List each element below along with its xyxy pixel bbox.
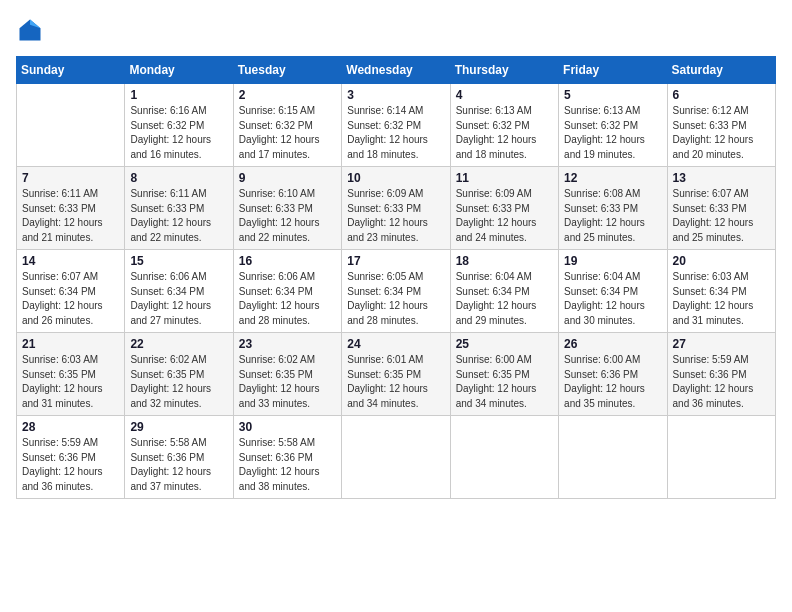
day-number: 5 (564, 88, 661, 102)
calendar-cell: 15Sunrise: 6:06 AMSunset: 6:34 PMDayligh… (125, 250, 233, 333)
day-number: 11 (456, 171, 553, 185)
day-number: 8 (130, 171, 227, 185)
day-number: 21 (22, 337, 119, 351)
day-detail: Sunrise: 6:04 AMSunset: 6:34 PMDaylight:… (564, 270, 661, 328)
day-detail: Sunrise: 6:00 AMSunset: 6:35 PMDaylight:… (456, 353, 553, 411)
calendar-cell: 27Sunrise: 5:59 AMSunset: 6:36 PMDayligh… (667, 333, 775, 416)
calendar-cell: 8Sunrise: 6:11 AMSunset: 6:33 PMDaylight… (125, 167, 233, 250)
day-detail: Sunrise: 6:07 AMSunset: 6:34 PMDaylight:… (22, 270, 119, 328)
calendar-cell: 1Sunrise: 6:16 AMSunset: 6:32 PMDaylight… (125, 84, 233, 167)
day-detail: Sunrise: 6:14 AMSunset: 6:32 PMDaylight:… (347, 104, 444, 162)
day-detail: Sunrise: 6:11 AMSunset: 6:33 PMDaylight:… (22, 187, 119, 245)
week-row-3: 14Sunrise: 6:07 AMSunset: 6:34 PMDayligh… (17, 250, 776, 333)
day-detail: Sunrise: 6:07 AMSunset: 6:33 PMDaylight:… (673, 187, 770, 245)
calendar-cell: 12Sunrise: 6:08 AMSunset: 6:33 PMDayligh… (559, 167, 667, 250)
day-detail: Sunrise: 6:02 AMSunset: 6:35 PMDaylight:… (239, 353, 336, 411)
calendar-cell: 18Sunrise: 6:04 AMSunset: 6:34 PMDayligh… (450, 250, 558, 333)
day-number: 17 (347, 254, 444, 268)
day-detail: Sunrise: 6:13 AMSunset: 6:32 PMDaylight:… (456, 104, 553, 162)
day-number: 1 (130, 88, 227, 102)
day-detail: Sunrise: 6:13 AMSunset: 6:32 PMDaylight:… (564, 104, 661, 162)
day-detail: Sunrise: 6:15 AMSunset: 6:32 PMDaylight:… (239, 104, 336, 162)
calendar-cell: 19Sunrise: 6:04 AMSunset: 6:34 PMDayligh… (559, 250, 667, 333)
day-number: 20 (673, 254, 770, 268)
calendar-cell: 7Sunrise: 6:11 AMSunset: 6:33 PMDaylight… (17, 167, 125, 250)
day-detail: Sunrise: 5:59 AMSunset: 6:36 PMDaylight:… (673, 353, 770, 411)
calendar-cell: 24Sunrise: 6:01 AMSunset: 6:35 PMDayligh… (342, 333, 450, 416)
day-detail: Sunrise: 5:58 AMSunset: 6:36 PMDaylight:… (239, 436, 336, 494)
calendar-header-row: SundayMondayTuesdayWednesdayThursdayFrid… (17, 57, 776, 84)
calendar-cell: 22Sunrise: 6:02 AMSunset: 6:35 PMDayligh… (125, 333, 233, 416)
calendar-cell (667, 416, 775, 499)
day-detail: Sunrise: 6:00 AMSunset: 6:36 PMDaylight:… (564, 353, 661, 411)
calendar: SundayMondayTuesdayWednesdayThursdayFrid… (16, 56, 776, 499)
day-number: 14 (22, 254, 119, 268)
calendar-cell: 25Sunrise: 6:00 AMSunset: 6:35 PMDayligh… (450, 333, 558, 416)
calendar-cell: 6Sunrise: 6:12 AMSunset: 6:33 PMDaylight… (667, 84, 775, 167)
day-detail: Sunrise: 5:59 AMSunset: 6:36 PMDaylight:… (22, 436, 119, 494)
col-header-saturday: Saturday (667, 57, 775, 84)
day-number: 22 (130, 337, 227, 351)
day-detail: Sunrise: 6:01 AMSunset: 6:35 PMDaylight:… (347, 353, 444, 411)
day-number: 15 (130, 254, 227, 268)
calendar-cell: 20Sunrise: 6:03 AMSunset: 6:34 PMDayligh… (667, 250, 775, 333)
calendar-cell: 14Sunrise: 6:07 AMSunset: 6:34 PMDayligh… (17, 250, 125, 333)
calendar-cell: 16Sunrise: 6:06 AMSunset: 6:34 PMDayligh… (233, 250, 341, 333)
calendar-cell (17, 84, 125, 167)
calendar-cell (342, 416, 450, 499)
day-number: 3 (347, 88, 444, 102)
day-number: 18 (456, 254, 553, 268)
day-detail: Sunrise: 6:06 AMSunset: 6:34 PMDaylight:… (130, 270, 227, 328)
calendar-cell: 2Sunrise: 6:15 AMSunset: 6:32 PMDaylight… (233, 84, 341, 167)
day-number: 23 (239, 337, 336, 351)
col-header-friday: Friday (559, 57, 667, 84)
day-detail: Sunrise: 6:05 AMSunset: 6:34 PMDaylight:… (347, 270, 444, 328)
day-number: 27 (673, 337, 770, 351)
day-number: 13 (673, 171, 770, 185)
week-row-2: 7Sunrise: 6:11 AMSunset: 6:33 PMDaylight… (17, 167, 776, 250)
day-detail: Sunrise: 6:03 AMSunset: 6:35 PMDaylight:… (22, 353, 119, 411)
col-header-tuesday: Tuesday (233, 57, 341, 84)
day-detail: Sunrise: 6:16 AMSunset: 6:32 PMDaylight:… (130, 104, 227, 162)
day-number: 6 (673, 88, 770, 102)
day-number: 4 (456, 88, 553, 102)
day-number: 26 (564, 337, 661, 351)
page-header (16, 16, 776, 44)
day-detail: Sunrise: 6:03 AMSunset: 6:34 PMDaylight:… (673, 270, 770, 328)
day-detail: Sunrise: 6:11 AMSunset: 6:33 PMDaylight:… (130, 187, 227, 245)
day-detail: Sunrise: 5:58 AMSunset: 6:36 PMDaylight:… (130, 436, 227, 494)
day-detail: Sunrise: 6:04 AMSunset: 6:34 PMDaylight:… (456, 270, 553, 328)
col-header-sunday: Sunday (17, 57, 125, 84)
day-number: 7 (22, 171, 119, 185)
logo (16, 16, 48, 44)
day-number: 29 (130, 420, 227, 434)
day-number: 10 (347, 171, 444, 185)
day-number: 24 (347, 337, 444, 351)
day-detail: Sunrise: 6:09 AMSunset: 6:33 PMDaylight:… (347, 187, 444, 245)
calendar-cell: 23Sunrise: 6:02 AMSunset: 6:35 PMDayligh… (233, 333, 341, 416)
day-number: 30 (239, 420, 336, 434)
col-header-monday: Monday (125, 57, 233, 84)
day-detail: Sunrise: 6:12 AMSunset: 6:33 PMDaylight:… (673, 104, 770, 162)
calendar-cell: 13Sunrise: 6:07 AMSunset: 6:33 PMDayligh… (667, 167, 775, 250)
day-number: 12 (564, 171, 661, 185)
calendar-cell: 4Sunrise: 6:13 AMSunset: 6:32 PMDaylight… (450, 84, 558, 167)
day-number: 9 (239, 171, 336, 185)
calendar-cell: 29Sunrise: 5:58 AMSunset: 6:36 PMDayligh… (125, 416, 233, 499)
calendar-cell: 26Sunrise: 6:00 AMSunset: 6:36 PMDayligh… (559, 333, 667, 416)
calendar-cell: 3Sunrise: 6:14 AMSunset: 6:32 PMDaylight… (342, 84, 450, 167)
day-number: 16 (239, 254, 336, 268)
day-detail: Sunrise: 6:08 AMSunset: 6:33 PMDaylight:… (564, 187, 661, 245)
calendar-cell: 17Sunrise: 6:05 AMSunset: 6:34 PMDayligh… (342, 250, 450, 333)
day-detail: Sunrise: 6:06 AMSunset: 6:34 PMDaylight:… (239, 270, 336, 328)
day-number: 25 (456, 337, 553, 351)
col-header-wednesday: Wednesday (342, 57, 450, 84)
calendar-cell: 30Sunrise: 5:58 AMSunset: 6:36 PMDayligh… (233, 416, 341, 499)
day-number: 19 (564, 254, 661, 268)
calendar-cell: 5Sunrise: 6:13 AMSunset: 6:32 PMDaylight… (559, 84, 667, 167)
calendar-cell (450, 416, 558, 499)
calendar-cell: 9Sunrise: 6:10 AMSunset: 6:33 PMDaylight… (233, 167, 341, 250)
week-row-4: 21Sunrise: 6:03 AMSunset: 6:35 PMDayligh… (17, 333, 776, 416)
logo-icon (16, 16, 44, 44)
col-header-thursday: Thursday (450, 57, 558, 84)
